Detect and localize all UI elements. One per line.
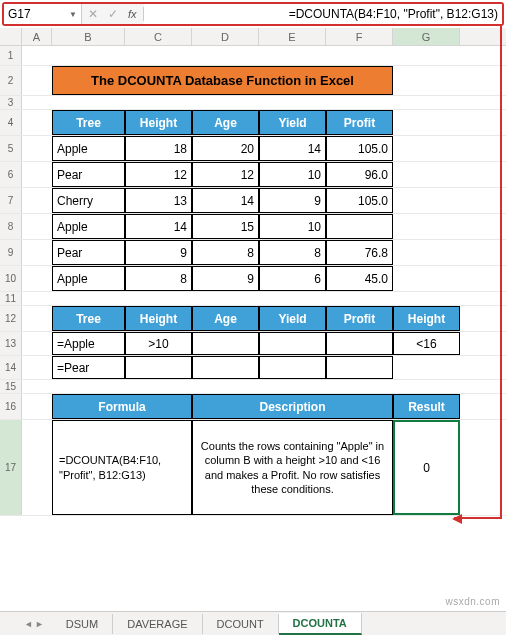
table-cell[interactable]: 76.8 [326,240,393,265]
table-cell[interactable] [259,356,326,379]
cell[interactable] [52,46,125,65]
cell[interactable] [125,46,192,65]
col-header-e[interactable]: E [259,28,326,45]
table-cell[interactable]: 8 [259,240,326,265]
table-header[interactable]: Tree [52,306,125,331]
table-cell[interactable]: 20 [192,136,259,161]
watermark: wsxdn.com [445,596,500,607]
sheet-tab-dcounta[interactable]: DCOUNTA [279,613,362,635]
col-header-c[interactable]: C [125,28,192,45]
table-cell[interactable]: 105.0 [326,136,393,161]
table-cell[interactable] [125,356,192,379]
table-cell[interactable]: 14 [259,136,326,161]
table-cell[interactable]: 96.0 [326,162,393,187]
row-header[interactable]: 17 [0,420,22,515]
table-header[interactable]: Age [192,110,259,135]
table-cell[interactable]: =Apple [52,332,125,355]
tab-nav[interactable]: ◄► [24,619,52,629]
table-cell[interactable]: 14 [125,214,192,239]
formula-bar: G17 ▼ ✕ ✓ fx =DCOUNTA(B4:F10, "Profit", … [2,2,504,26]
row-header[interactable]: 2 [0,66,22,95]
table-cell[interactable]: 18 [125,136,192,161]
chevron-right-icon[interactable]: ► [35,619,44,629]
table-cell[interactable] [326,214,393,239]
table-header[interactable]: Description [192,394,393,419]
table-header[interactable]: Height [125,110,192,135]
column-headers: A B C D E F G [0,28,506,46]
table-cell[interactable]: >10 [125,332,192,355]
table-cell[interactable]: Cherry [52,188,125,213]
table-cell[interactable]: =Pear [52,356,125,379]
table-cell[interactable]: 14 [192,188,259,213]
table-cell[interactable]: <16 [393,332,460,355]
sheet-tab-dsum[interactable]: DSUM [52,614,113,634]
table-cell[interactable]: 12 [192,162,259,187]
arrow-head-icon [452,514,462,524]
accept-icon[interactable]: ✓ [108,7,118,21]
row-header[interactable]: 3 [0,96,22,109]
table-cell[interactable] [192,332,259,355]
col-header-g[interactable]: G [393,28,460,45]
table-header[interactable]: Profit [326,110,393,135]
table-cell[interactable]: 9 [125,240,192,265]
cancel-icon[interactable]: ✕ [88,7,98,21]
table-cell[interactable] [192,356,259,379]
sheet-tab-daverage[interactable]: DAVERAGE [113,614,202,634]
table-cell[interactable]: 13 [125,188,192,213]
chevron-left-icon[interactable]: ◄ [24,619,33,629]
table-header[interactable]: Age [192,306,259,331]
table-cell[interactable]: 9 [259,188,326,213]
formula-cell[interactable]: =DCOUNTA(B4:F10, "Profit", B12:G13) [52,420,192,515]
cell[interactable] [22,66,52,95]
table-header[interactable]: Profit [326,306,393,331]
table-cell[interactable]: Pear [52,240,125,265]
col-header-f[interactable]: F [326,28,393,45]
chevron-down-icon[interactable]: ▼ [69,10,77,19]
table-header[interactable]: Formula [52,394,192,419]
table-header[interactable]: Yield [259,110,326,135]
table-cell[interactable]: Apple [52,266,125,291]
table-cell[interactable]: Pear [52,162,125,187]
sheet-tab-dcount[interactable]: DCOUNT [203,614,279,634]
table-cell[interactable]: Apple [52,214,125,239]
table-cell[interactable] [326,332,393,355]
table-cell[interactable]: 45.0 [326,266,393,291]
page-title[interactable]: The DCOUNTA Database Function in Excel [52,66,393,95]
table-cell[interactable] [326,356,393,379]
table-cell[interactable]: 12 [125,162,192,187]
result-cell[interactable]: 0 [393,420,460,515]
row-header[interactable]: 1 [0,46,22,65]
table-header[interactable]: Yield [259,306,326,331]
table-header[interactable]: Height [393,306,460,331]
fx-icon[interactable]: fx [128,8,137,20]
table-header[interactable]: Tree [52,110,125,135]
cell[interactable] [393,66,460,95]
table-cell[interactable]: 105.0 [326,188,393,213]
table-header[interactable]: Height [125,306,192,331]
col-header-a[interactable]: A [22,28,52,45]
cell[interactable] [259,46,326,65]
table-cell[interactable]: 15 [192,214,259,239]
grid-body[interactable]: 1 2 The DCOUNTA Database Function in Exc… [0,46,506,516]
table-cell[interactable]: 8 [192,240,259,265]
table-cell[interactable]: 9 [192,266,259,291]
table-cell[interactable]: 6 [259,266,326,291]
table-cell[interactable] [259,332,326,355]
table-header[interactable]: Result [393,394,460,419]
cell[interactable] [326,46,393,65]
name-box[interactable]: G17 ▼ [4,4,82,24]
cell[interactable] [22,46,52,65]
table-cell[interactable]: 10 [259,214,326,239]
table-cell[interactable]: Apple [52,136,125,161]
table-cell[interactable]: 8 [125,266,192,291]
formula-input[interactable]: =DCOUNTA(B4:F10, "Profit", B12:G13) [144,4,502,24]
formula-text: =DCOUNTA(B4:F10, "Profit", B12:G13) [289,7,498,21]
table-cell[interactable]: 10 [259,162,326,187]
col-header-d[interactable]: D [192,28,259,45]
select-all-corner[interactable] [0,28,22,45]
cell[interactable] [393,46,460,65]
col-header-b[interactable]: B [52,28,125,45]
description-cell[interactable]: Counts the rows containing "Apple" in co… [192,420,393,515]
cell[interactable] [192,46,259,65]
row-header[interactable]: 4 [0,110,22,135]
